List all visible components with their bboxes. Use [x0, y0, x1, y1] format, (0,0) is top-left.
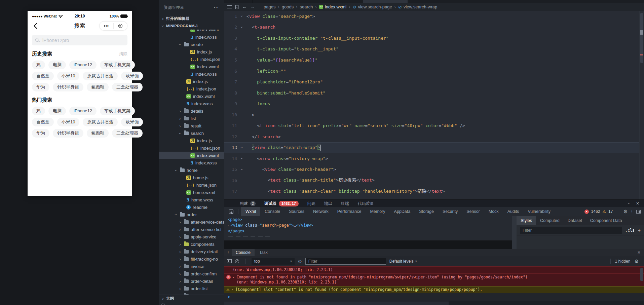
breadcrumb-item-goods[interactable]: goods: [282, 4, 294, 9]
tree-item-index.wxss[interactable]: Ǝindex.wxss: [159, 100, 224, 107]
panel-tab-代码质量[interactable]: 代码质量: [358, 201, 374, 206]
search-tag[interactable]: 原浆古井贡酒: [83, 118, 118, 126]
tree-item-index.js[interactable]: JSindex.js: [159, 78, 224, 85]
search-tag[interactable]: 自然堂: [32, 72, 54, 80]
panel-tab-输出[interactable]: 输出: [324, 201, 332, 206]
code-line-16[interactable]: 16 <text class="search-title">历史搜索</text…: [224, 175, 644, 186]
tree-item-create[interactable]: ›create: [159, 41, 224, 48]
devtools-tab-mock[interactable]: Mock: [484, 207, 503, 216]
tree-item-home[interactable]: ›home: [159, 166, 224, 174]
search-tag[interactable]: 氢跑鞋: [87, 83, 109, 91]
tree-item-fill-tracking-no[interactable]: ›fill-tracking-no: [159, 255, 224, 263]
tree-item-after-service-list[interactable]: ›after-service-list: [159, 226, 224, 233]
devtools-tab-vulnerability[interactable]: Vulnerability: [523, 207, 555, 216]
search-tag[interactable]: 欧米伽: [121, 72, 143, 80]
code-line-13[interactable]: 13› <view class="search-wrap">: [224, 142, 644, 153]
search-tag[interactable]: 小米10: [57, 118, 79, 126]
search-input[interactable]: iPhone12pro: [32, 35, 127, 45]
list-icon[interactable]: [227, 5, 232, 8]
search-tag[interactable]: iPhone12: [69, 61, 97, 69]
code-line-1[interactable]: 1›<view class="search-page">: [224, 11, 644, 22]
breadcrumb-item-view.search-page[interactable]: ⊘view.search-page: [353, 4, 392, 9]
devtools-tab-security[interactable]: Security: [438, 207, 462, 216]
fold-icon[interactable]: ›: [237, 145, 247, 150]
tree-item-order-detail[interactable]: ›order-detail: [159, 277, 224, 285]
code-editor[interactable]: 1›<view class="search-page">2› <t-search…: [224, 11, 644, 200]
tree-item-invoice[interactable]: ›invoice: [159, 263, 224, 270]
console-message[interactable]: ✕▸Component is not found in path "minipr…: [224, 274, 644, 286]
panel-tab-问题[interactable]: 问题: [307, 201, 315, 206]
tree-item-index.wxml[interactable]: <>index.wxml: [159, 152, 224, 159]
search-tag[interactable]: 车载手机支架: [100, 107, 135, 115]
search-tag[interactable]: 欧米伽: [121, 118, 143, 126]
clear-history-button[interactable]: 清除: [119, 51, 127, 57]
tree-item-index.wxss[interactable]: Ǝindex.wxss: [159, 159, 224, 166]
code-line-17[interactable]: 17 <text class="search-clear" bind:tap="…: [224, 186, 644, 197]
tree-item-components[interactable]: ›components: [159, 240, 224, 248]
log-levels-select[interactable]: Default levels ▾: [389, 259, 417, 264]
styles-tab-styles[interactable]: Styles: [517, 216, 536, 225]
tree-item-delivery-detail[interactable]: ›delivery-detail: [159, 248, 224, 255]
expand-icon[interactable]: ▸: [232, 287, 233, 292]
code-line-3[interactable]: 3 t-class-input-container="t-class__inpu…: [224, 33, 644, 44]
tree-item-list[interactable]: ›list: [159, 115, 224, 122]
collapse-panel-icon[interactable]: ›: [627, 201, 630, 205]
editor-scrollbar[interactable]: [640, 13, 643, 63]
expand-icon[interactable]: ▸: [233, 275, 234, 280]
close-console-icon[interactable]: ✕: [637, 250, 644, 255]
breadcrumb-item-pages[interactable]: pages: [264, 4, 275, 9]
tree-item-index.wxml[interactable]: <>index.wxml: [159, 63, 224, 70]
tree-item-pay-result[interactable]: ›pay-result: [159, 292, 224, 295]
search-tag[interactable]: 自然堂: [32, 118, 54, 126]
capsule-close-button[interactable]: [114, 24, 127, 28]
code-line-11[interactable]: 11 <t-icon slot="left-icon" prefix="wr" …: [224, 120, 644, 131]
tree-item-index.json[interactable]: {..}index.json: [159, 85, 224, 92]
tree-item-index.json[interactable]: {..}index.json: [159, 144, 224, 152]
search-tag[interactable]: 氢跑鞋: [87, 129, 109, 138]
breadcrumb-item-view.search-wrap[interactable]: ⊘view.search-wrap: [398, 4, 437, 9]
console-settings-icon[interactable]: ⚙: [634, 259, 639, 264]
live-expression-icon[interactable]: ⊙: [298, 259, 302, 264]
tree-item-home.wxss[interactable]: Ǝhome.wxss: [159, 196, 224, 203]
warning-count[interactable]: 17: [608, 209, 613, 214]
tree-item-order[interactable]: ›order: [159, 211, 224, 218]
console-scrollbar[interactable]: [640, 268, 643, 281]
tree-item-index.wxml[interactable]: <>index.wxml: [159, 30, 224, 33]
devtools-tab-storage[interactable]: Storage: [415, 207, 438, 216]
search-tag[interactable]: 华为: [32, 83, 49, 91]
search-tag[interactable]: 三盒处理器: [112, 83, 143, 91]
tree-item-details[interactable]: ›details: [159, 107, 224, 115]
search-tag[interactable]: 鸡: [32, 61, 45, 69]
tree-item-apply-service[interactable]: ›apply-service: [159, 233, 224, 240]
more-actions-icon[interactable]: ⋯: [214, 4, 219, 10]
tree-item-result[interactable]: ›result: [159, 122, 224, 129]
code-line-9[interactable]: 9 focus: [224, 98, 644, 109]
fold-icon[interactable]: ›: [237, 25, 247, 30]
code-line-14[interactable]: 14› <view class="history-wrap">: [224, 153, 644, 164]
devtools-settings-icon[interactable]: ⚙: [623, 209, 628, 214]
fold-icon[interactable]: ›: [237, 167, 247, 172]
inspect-element-icon[interactable]: [229, 209, 233, 214]
code-line-8[interactable]: 8 bind:submit="handleSubmit": [224, 87, 644, 99]
tree-item-index.wxss[interactable]: Ǝindex.wxss: [159, 33, 224, 41]
search-tag[interactable]: 针织半身裙: [53, 83, 83, 91]
error-count[interactable]: 1462: [591, 209, 600, 214]
breadcrumb-item-index.wxml[interactable]: <>index.wxml: [319, 4, 346, 9]
devtools-tab-sources[interactable]: Sources: [285, 207, 309, 216]
forward-navigation-icon[interactable]: →: [250, 4, 255, 9]
console-prompt[interactable]: >: [224, 293, 644, 299]
code-line-7[interactable]: 7 placeholder="iPhone12pro": [224, 76, 644, 87]
styles-tab-dataset[interactable]: Dataset: [564, 216, 586, 225]
code-line-12[interactable]: 12 </t-search>: [224, 131, 644, 142]
tree-item-after-service-detail[interactable]: ›after-service-detail: [159, 218, 224, 226]
console-message[interactable]: (env: Windows,mp,1.06.2308310; lib: 2.23…: [224, 266, 644, 274]
expand-icon[interactable]: ▸: [228, 224, 229, 227]
tree-item-index.js[interactable]: JSindex.js: [159, 48, 224, 55]
search-tag[interactable]: 鸡: [32, 107, 45, 115]
panel-tab-终端[interactable]: 终端: [341, 201, 349, 206]
tree-item-readme[interactable]: ireadme: [159, 203, 224, 211]
tree-item-order-confirm[interactable]: ›order-confirm: [159, 270, 224, 277]
add-style-icon[interactable]: +: [638, 228, 641, 233]
devtools-tab-memory[interactable]: Memory: [366, 207, 389, 216]
back-navigation-icon[interactable]: ←: [242, 4, 247, 9]
